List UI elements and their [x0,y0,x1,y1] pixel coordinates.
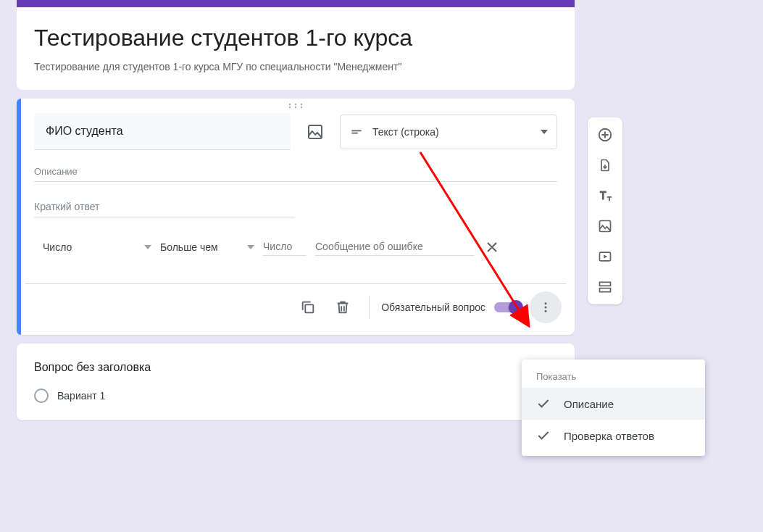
validation-number-input[interactable] [263,238,307,256]
drag-handle-icon[interactable] [17,99,575,113]
validation-type-label: Число [43,241,72,253]
popup-item-description[interactable]: Описание [522,388,705,420]
question-card-active: Текст (строка) Описание Краткий ответ Чи… [17,99,575,335]
add-video-icon[interactable] [595,246,615,267]
import-questions-icon[interactable] [595,155,615,175]
svg-point-2 [301,104,303,106]
required-toggle[interactable] [494,302,521,312]
validation-condition-label: Больше чем [160,241,218,253]
chevron-down-icon [144,245,151,249]
duplicate-icon[interactable] [293,293,322,322]
svg-point-8 [545,302,547,304]
question-card-inactive[interactable]: Вопрос без заголовка Вариант 1 [17,344,575,420]
required-label: Обязательный вопрос [381,302,485,313]
delete-icon[interactable] [328,293,357,322]
validation-remove-icon[interactable] [483,238,501,256]
check-icon [536,396,551,411]
popup-item-label: Проверка ответов [564,430,654,442]
svg-point-0 [289,104,291,106]
svg-point-1 [295,104,297,106]
form-description[interactable]: Тестирование для студентов 1-го курса МГ… [34,61,557,72]
validation-condition-select[interactable]: Больше чем [160,241,254,253]
form-title[interactable]: Тестирование студентов 1-го курса [34,23,557,52]
svg-point-10 [545,310,547,312]
add-question-icon[interactable] [595,125,615,145]
svg-point-5 [301,107,303,109]
chevron-down-icon [541,130,548,134]
floating-toolbar [588,117,622,304]
question-title-static: Вопрос без заголовка [34,361,557,374]
add-title-icon[interactable] [595,186,615,206]
validation-type-select[interactable]: Число [43,241,151,253]
popup-item-label: Описание [564,398,614,410]
validation-error-input[interactable] [315,238,475,256]
short-answer-preview: Краткий ответ [34,196,295,217]
validation-row: Число Больше чем [17,217,575,270]
question-title-input[interactable] [34,113,291,150]
svg-rect-15 [600,288,611,292]
question-type-label: Текст (строка) [372,126,439,138]
svg-point-4 [295,107,297,109]
short-text-icon [349,125,364,139]
svg-point-3 [289,107,291,109]
question-footer: Обязательный вопрос [25,283,566,335]
add-section-icon[interactable] [595,277,615,297]
option-label: Вариант 1 [57,390,105,402]
popup-heading: Показать [522,367,705,388]
footer-divider [369,296,370,319]
description-field[interactable]: Описание [34,162,557,182]
option-row: Вариант 1 [34,388,557,403]
add-image-sidebar-icon[interactable] [595,216,615,236]
question-type-select[interactable]: Текст (строка) [340,115,557,149]
more-options-icon[interactable] [530,291,562,323]
add-image-icon[interactable] [302,119,328,145]
form-header-card: Тестирование студентов 1-го курса Тестир… [17,0,575,90]
popup-item-validation[interactable]: Проверка ответов [522,420,705,452]
chevron-down-icon [247,245,254,249]
more-options-popup: Показать Описание Проверка ответов [522,359,705,456]
check-icon [536,428,551,443]
svg-point-9 [545,307,547,309]
svg-rect-14 [600,282,611,286]
radio-icon [34,388,49,403]
svg-rect-7 [305,304,313,312]
